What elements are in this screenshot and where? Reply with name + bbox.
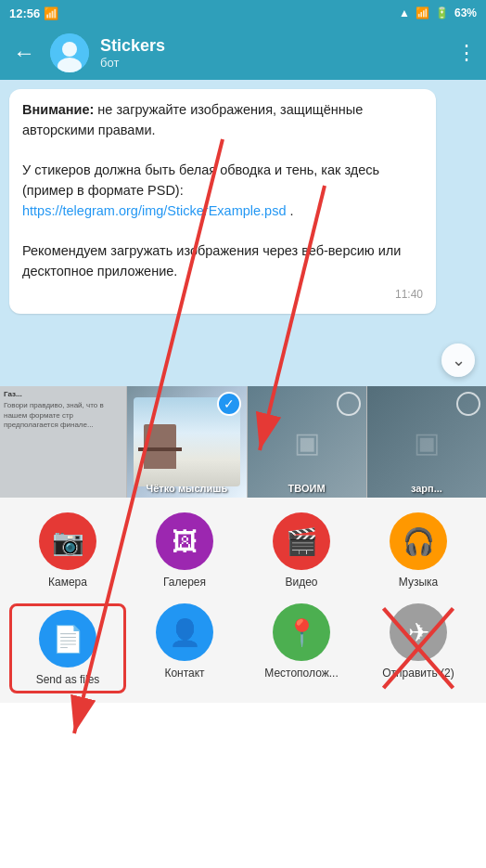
action-music[interactable]: 🎧 Музыка	[360, 512, 477, 589]
camera-label: Камера	[48, 576, 87, 589]
strip-item4-label: зарп...	[367, 483, 486, 494]
gallery-label: Галерея	[163, 576, 206, 589]
image-strip-item-4[interactable]: ▣ зарп...	[367, 386, 486, 498]
back-button[interactable]: ←	[9, 36, 39, 70]
send-label: Отправить (2)	[382, 667, 454, 680]
status-bar-left: 12:56 📶	[9, 6, 58, 20]
signal-icon: 📶	[416, 6, 429, 19]
strip-item4-check[interactable]	[456, 392, 480, 416]
contact-label: Контакт	[164, 667, 204, 680]
actions-grid: 📷 Камера 🖼 Галерея 🎬 Видео 🎧 Музыка	[9, 512, 477, 693]
files-icon-circle: 📄	[39, 610, 96, 667]
location-icon: 📍	[286, 617, 318, 648]
strip-item1-text: Газ...	[4, 390, 122, 399]
send-icon: ✈	[408, 617, 429, 648]
action-video[interactable]: 🎬 Видео	[243, 512, 360, 589]
strip-item3-check[interactable]	[337, 392, 361, 416]
location-label: Местополож...	[264, 667, 338, 680]
message-text2: У стикеров должна быть белая обводка и т…	[22, 162, 379, 198]
video-icon-circle: 🎬	[273, 512, 330, 570]
scroll-down-button[interactable]: ⌄	[441, 343, 475, 377]
status-signal-icon: 📶	[44, 6, 58, 20]
image-strip-item-2[interactable]: ✓ Чётко мыслишь	[127, 386, 247, 498]
contact-icon: 👤	[169, 617, 201, 648]
action-send[interactable]: ✈ Отправить (2)	[360, 603, 477, 693]
status-bar: 12:56 📶 ▲ 📶 🔋 63%	[0, 0, 486, 26]
action-gallery[interactable]: 🖼 Галерея	[126, 512, 243, 589]
gallery-icon-circle: 🖼	[156, 512, 213, 570]
video-label: Видео	[285, 576, 317, 589]
action-contact[interactable]: 👤 Контакт	[126, 603, 243, 693]
contact-icon-circle: 👤	[156, 603, 213, 661]
action-location[interactable]: 📍 Местополож...	[243, 603, 360, 693]
music-label: Музыка	[399, 576, 438, 589]
header-info: Stickers бот	[100, 36, 445, 71]
avatar	[50, 33, 89, 72]
message-time: 11:40	[22, 286, 423, 303]
message-text: Внимание: не загружайте изображения, защ…	[22, 100, 423, 282]
location-icon-circle: 📍	[273, 603, 330, 661]
video-icon: 🎬	[286, 526, 318, 557]
image-strip: Газ... Говори правдиво, знай, что в наше…	[0, 386, 486, 498]
strip-item2-label: Чётко мыслишь	[127, 483, 246, 494]
status-time: 12:56	[9, 6, 40, 20]
chat-area: Внимание: не загружайте изображения, защ…	[0, 80, 486, 386]
send-icon-circle: ✈	[390, 603, 447, 661]
status-bar-right: ▲ 📶 🔋 63%	[399, 6, 477, 19]
battery-icon: 🔋	[435, 6, 449, 19]
camera-icon: 📷	[52, 526, 84, 557]
music-icon: 🎧	[403, 526, 435, 557]
action-camera[interactable]: 📷 Камера	[9, 512, 126, 589]
chat-subtitle: бот	[100, 56, 445, 70]
message-text4: Рекомендуем загружать изображения через …	[22, 243, 401, 279]
message-warning-bold: Внимание:	[22, 102, 94, 117]
music-icon-circle: 🎧	[390, 512, 447, 570]
message-dot: .	[290, 203, 294, 218]
chat-header: ← Stickers бот ⋮	[0, 26, 486, 80]
camera-icon-circle: 📷	[39, 512, 96, 570]
battery-percent: 63%	[454, 6, 477, 19]
image-strip-item-3[interactable]: ▣ ТВОИМ	[248, 386, 367, 498]
files-label: Send as files	[36, 673, 100, 686]
strip-item3-label: ТВОИМ	[248, 483, 366, 494]
message-bubble: Внимание: не загружайте изображения, защ…	[9, 89, 436, 314]
chat-title: Stickers	[100, 36, 445, 57]
wifi-icon: ▲	[399, 6, 410, 19]
message-link[interactable]: https://telegram.org/img/StickerExample.…	[22, 203, 286, 218]
files-icon: 📄	[52, 624, 84, 654]
strip-item2-check[interactable]: ✓	[217, 392, 241, 416]
gallery-icon: 🖼	[172, 526, 198, 557]
more-options-button[interactable]: ⋮	[456, 41, 477, 65]
strip-item1-body: Говори правдиво, знай, что в нашем форма…	[4, 401, 122, 430]
actions-area: 📷 Камера 🖼 Галерея 🎬 Видео 🎧 Музыка	[0, 498, 486, 703]
chevron-down-icon: ⌄	[452, 350, 466, 370]
image-strip-item-1[interactable]: Газ... Говори правдиво, знай, что в наше…	[0, 386, 127, 498]
svg-point-1	[62, 42, 77, 57]
action-files[interactable]: 📄 Send as files	[9, 603, 126, 693]
